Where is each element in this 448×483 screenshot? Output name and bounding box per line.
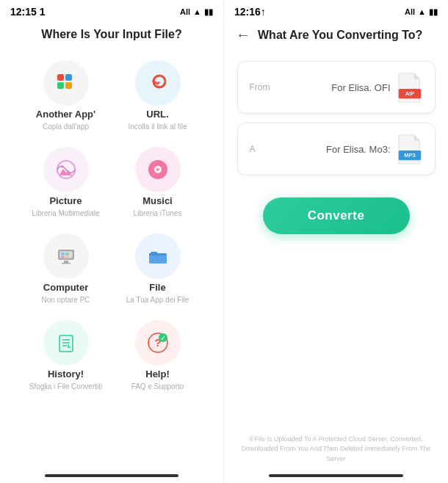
convert-button[interactable]: Converte [263,197,410,234]
svg-text:MP3: MP3 [404,152,416,159]
left-title: Where Is Your Input File? [41,28,181,41]
from-card[interactable]: From For Elisa. OFI AIF [237,61,436,114]
computer-icon-bg [43,233,89,279]
battery-icon: ▮▮ [204,7,213,17]
left-time: 12:15 1 [10,6,45,18]
wifi-icon: ▲ [193,7,201,16]
right-home-indicator [269,474,403,477]
from-right: For Elisa. OFI AIF [331,72,422,103]
svg-rect-14 [62,263,71,264]
svg-point-4 [151,73,167,90]
svg-rect-2 [57,82,64,89]
back-button[interactable]: ← [236,26,250,43]
picture-label: Picture [49,195,82,206]
to-label: A [250,144,256,154]
conversion-cards: From For Elisa. OFI AIF A For Elisa. Mo3… [237,61,436,175]
music-label: Musici [142,195,172,206]
to-right: For Elisa. Mo3: MP3 [326,134,422,164]
right-wifi-icon: ▲ [418,7,426,16]
right-title: What Are You Converting To? [258,29,422,42]
history-sublabel: Sfoglia i File Convertiti [29,382,102,391]
left-panel: 12:15 1 All ▲ ▮▮ Where Is Your Input Fil… [0,0,224,483]
apps-icon [54,71,78,95]
right-battery-icon: ▮▮ [429,7,438,17]
source-grid: Another App' Copia dall'app URL. Incolla… [16,56,207,395]
sidebar-item-music[interactable]: ♪ Musici Libreria iTunes [115,142,200,222]
right-footer: Il File Is Uploaded To A Protected Cloud… [224,427,448,475]
history-label: History! [48,368,84,380]
sidebar-item-file[interactable]: File La Tua App dei File [115,229,200,308]
history-icon [54,330,79,355]
computer-label: Computer [43,282,88,293]
to-file-icon: MP3 [397,134,423,164]
file-sublabel: La Tua App dei File [126,296,189,304]
to-filename: For Elisa. Mo3: [326,144,390,155]
another-app-label: Another App' [36,109,95,120]
music-sublabel: Libreria iTunes [134,209,182,217]
svg-rect-20 [59,335,73,352]
sidebar-item-another-app[interactable]: Another App' Copia dall'app [24,56,108,135]
right-status-icons: All ▲ ▮▮ [405,7,438,17]
sidebar-item-url[interactable]: URL. Incolla il link al file [115,56,200,135]
music-icon-bg: ♪ [135,147,181,192]
another-app-icon-bg [43,60,89,106]
sidebar-item-picture[interactable]: Picture Libreria Multimediale [24,142,108,222]
help-icon-bg: ? ✓ [135,320,181,366]
left-status-icons: All ▲ ▮▮ [180,7,213,17]
picture-icon-bg [43,147,89,192]
help-icon: ? ✓ [145,330,170,355]
computer-sublabel: Non optare PC [41,296,90,304]
right-time: 12:16↑ [234,6,266,18]
svg-rect-18 [61,256,65,258]
right-header: ← What Are You Converting To? [224,21,448,54]
url-label: URL. [146,109,168,120]
sidebar-item-help[interactable]: ? ✓ Help! FAQ e Supporto [115,316,200,395]
from-label: From [250,82,270,92]
svg-rect-17 [65,253,69,255]
from-filename: For Elisa. OFI [331,82,390,93]
another-app-sublabel: Copia dall'app [43,123,89,131]
history-icon-bg [43,320,89,366]
svg-rect-0 [57,74,64,81]
from-file-icon: AIF [397,72,423,103]
svg-rect-1 [65,74,72,81]
svg-rect-13 [64,261,68,263]
svg-rect-16 [61,253,65,255]
svg-rect-3 [65,82,72,89]
right-panel: 12:16↑ All ▲ ▮▮ ← What Are You Convertin… [224,0,448,483]
music-icon: ♪ [145,157,170,182]
sidebar-item-history[interactable]: History! Sfoglia i File Convertiti [24,316,108,395]
status-bar-left: 12:15 1 All ▲ ▮▮ [0,0,223,21]
help-label: Help! [145,368,170,380]
link-icon [145,70,170,95]
svg-rect-19 [65,256,69,258]
file-label: File [149,282,165,293]
left-signal: All [180,7,190,16]
help-sublabel: FAQ e Supporto [131,382,184,391]
left-home-indicator [45,474,178,477]
svg-text:♪: ♪ [156,166,159,174]
file-icon-bg [135,233,181,279]
picture-sublabel: Libreria Multimediale [32,209,99,217]
url-sublabel: Incolla il link al file [128,123,187,131]
svg-text:✓: ✓ [160,334,166,342]
computer-icon [54,244,79,269]
folder-icon [145,244,170,269]
photo-icon [54,157,79,182]
url-icon-bg [135,60,181,106]
status-bar-right: 12:16↑ All ▲ ▮▮ [224,0,448,21]
sidebar-item-computer[interactable]: Computer Non optare PC [24,229,108,308]
to-card[interactable]: A For Elisa. Mo3: MP3 [237,123,436,175]
right-signal: All [405,7,415,16]
svg-text:AIF: AIF [405,90,414,97]
